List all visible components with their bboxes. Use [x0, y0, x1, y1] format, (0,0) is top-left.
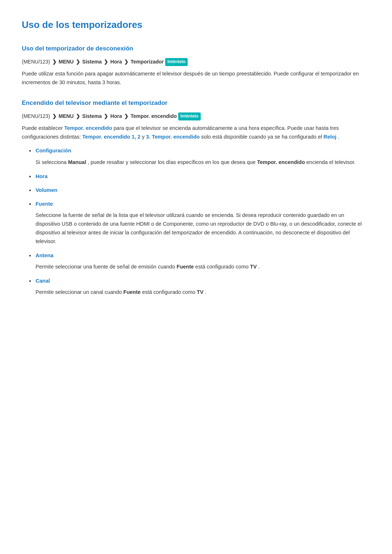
arrow-icon-8: ❯	[124, 113, 130, 119]
section1-heading: Uso del temporizador de desconexión	[22, 44, 370, 53]
section2-intro-bold2: Tempor. encendido 1, 2	[82, 134, 140, 140]
antena-text-part2: está configurado como	[195, 264, 250, 270]
canal-text-part1: Permite seleccionar un canal cuando	[36, 289, 123, 295]
antena-text-part3: .	[258, 264, 260, 270]
section2-intro: Puede establecer Tempor. encendido para …	[22, 124, 370, 141]
bullet-label-fuente: Fuente	[36, 201, 53, 207]
section1-badge: Inténtelo	[165, 58, 188, 66]
list-item-fuente: Fuente Seleccione la fuente de señal de …	[29, 200, 370, 246]
section2-heading: Encendido del televisor mediante el temp…	[22, 98, 370, 108]
list-item-configuracion: Configuración Si selecciona Manual , pue…	[29, 146, 370, 167]
canal-text-part2: está configurado como	[142, 289, 197, 295]
antena-bold-fuente: Fuente	[177, 264, 194, 270]
section1-menu-item-1: MENU	[59, 59, 74, 65]
canal-bold-tv: TV	[197, 289, 204, 295]
config-text-part1: Si selecciona	[36, 159, 68, 165]
canal-bold-fuente: Fuente	[123, 289, 141, 295]
section1-body: Puede utilizar esta función para apagar …	[22, 70, 370, 87]
section2-breadcrumb-prefix: (MENU/123)	[22, 113, 50, 119]
arrow-icon-4: ❯	[124, 59, 130, 65]
bullet-subtext-fuente: Seleccione la fuente de señal de la list…	[36, 211, 370, 246]
section2-badge: Inténtelo	[178, 112, 201, 120]
section2-menu-item-1: MENU	[59, 113, 74, 119]
antena-bold-tv: TV	[250, 264, 257, 270]
bullet-label-volumen: Volumen	[36, 187, 57, 193]
section1-breadcrumb: (MENU/123) ❯ MENU ❯ Sistema ❯ Hora ❯ Tem…	[22, 58, 370, 66]
section2-intro-bold1: Tempor. encendido	[64, 125, 112, 131]
bullet-subtext-configuracion: Si selecciona Manual , puede resaltar y …	[36, 158, 370, 167]
config-bold-manual: Manual	[68, 159, 86, 165]
section2-breadcrumb: (MENU/123) ❯ MENU ❯ Sistema ❯ Hora ❯ Tem…	[22, 112, 370, 120]
bullet-label-configuracion: Configuración	[36, 148, 71, 153]
section1-menu-item-2: Sistema	[82, 59, 102, 65]
arrow-icon-1: ❯	[52, 59, 58, 65]
list-item-antena: Antena Permite seleccionar una fuente de…	[29, 251, 370, 271]
section2-menu-item-3: Hora	[110, 113, 122, 119]
bullet-label-canal: Canal	[36, 278, 50, 284]
section1-breadcrumb-prefix: (MENU/123)	[22, 59, 50, 65]
section2-intro-part4: solo está disponible cuando ya se ha con…	[201, 134, 323, 140]
section2-menu-item-4: Tempor. encendido	[131, 113, 177, 119]
section2-intro-bold3: 3. Tempor. encendido	[146, 134, 200, 140]
section2-intro-part1: Puede establecer	[22, 125, 64, 131]
bullet-label-antena: Antena	[36, 253, 53, 258]
arrow-icon-2: ❯	[76, 59, 82, 65]
list-item-hora: Hora	[29, 172, 370, 181]
section2-intro-part3: y	[142, 134, 146, 140]
section2-menu-item-2: Sistema	[82, 113, 102, 119]
antena-text-part1: Permite seleccionar una fuente de señal …	[36, 264, 177, 270]
config-text-part2: , puede resaltar y seleccionar los días …	[87, 159, 257, 165]
config-text-part3: encienda el televisor.	[306, 159, 355, 165]
bullet-subtext-canal: Permite seleccionar un canal cuando Fuen…	[36, 288, 370, 297]
section1-menu-item-4: Temporizador	[131, 59, 164, 65]
bullet-subtext-antena: Permite seleccionar una fuente de señal …	[36, 263, 370, 271]
arrow-icon-3: ❯	[104, 59, 110, 65]
canal-text-part3: .	[205, 289, 207, 295]
arrow-icon-7: ❯	[104, 113, 110, 119]
list-item-volumen: Volumen	[29, 186, 370, 194]
section1-menu-item-3: Hora	[110, 59, 122, 65]
page-title: Uso de los temporizadores	[22, 17, 370, 33]
arrow-icon-6: ❯	[76, 113, 82, 119]
arrow-icon-5: ❯	[52, 113, 58, 119]
bullet-list: Configuración Si selecciona Manual , pue…	[29, 146, 370, 297]
config-bold-tempor: Tempor. encendido	[257, 159, 305, 165]
section2-intro-bold4: Reloj	[323, 134, 336, 140]
section2-intro-part5: .	[338, 134, 339, 140]
list-item-canal: Canal Permite seleccionar un canal cuand…	[29, 276, 370, 297]
bullet-label-hora: Hora	[36, 173, 48, 179]
